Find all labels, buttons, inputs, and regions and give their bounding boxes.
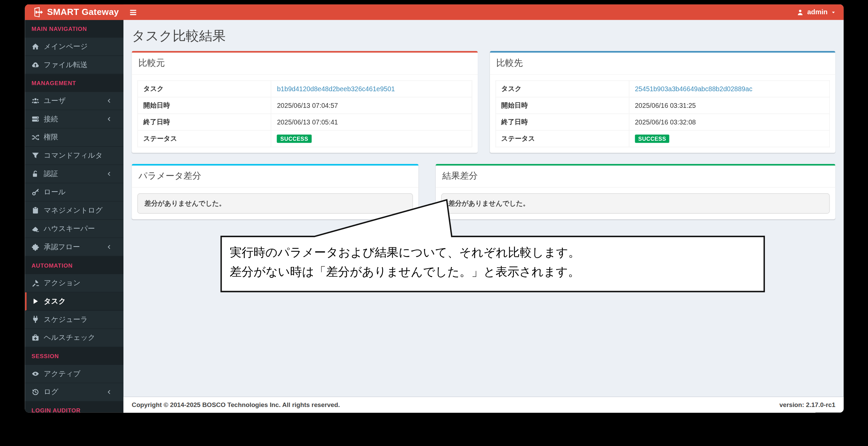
footer-copyright: Copyright © 2014-2025 BOSCO Technologies… xyxy=(132,402,340,408)
target-panel: 比較先 タスク25451b903a3b46649abc88b2d02889ac開… xyxy=(490,51,835,153)
sidebar-item-label: ヘルスチェック xyxy=(44,333,95,343)
sidebar-item-home[interactable]: メインページ xyxy=(25,38,123,56)
stage: SMART Gateway admin MAIN NAVIGATIONメインペー… xyxy=(0,0,868,446)
puzzle-icon xyxy=(32,243,39,251)
sidebar-item-eraser[interactable]: ハウスキーパー xyxy=(25,220,123,238)
sidebar-item-label: 認証 xyxy=(44,169,58,179)
sidebar-item-users[interactable]: ユーザ xyxy=(25,92,123,110)
sidebar-item-plug[interactable]: スケジューラ xyxy=(25,311,123,329)
sidebar-item-label: アクティブ xyxy=(44,369,81,379)
row-label: 終了日時 xyxy=(138,114,271,131)
user-menu[interactable]: admin xyxy=(789,4,844,20)
table-row: ステータスSUCCESS xyxy=(495,130,829,147)
sidebar-item-puzzle[interactable]: 承認フロー xyxy=(25,238,123,256)
param-diff-title: パラメータ差分 xyxy=(132,166,419,188)
row-value: 2025/06/13 07:05:41 xyxy=(271,114,472,131)
chevron-left-icon xyxy=(106,98,112,103)
sidebar-toggle-button[interactable] xyxy=(123,4,142,20)
sidebar-item-key[interactable]: ロール xyxy=(25,183,123,201)
sidebar-item-label: ハウスキーパー xyxy=(44,224,95,234)
menu-icon xyxy=(129,9,136,15)
task-id-link[interactable]: 25451b903a3b46649abc88b2d02889ac xyxy=(635,85,752,93)
eraser-icon xyxy=(32,225,39,233)
clipboard-icon xyxy=(32,207,39,214)
comparison-row: 比較元 タスクb1b9d4120d8e48d2beeb326c461e9501開… xyxy=(132,51,835,153)
key-icon xyxy=(32,188,39,196)
row-label: タスク xyxy=(138,81,271,97)
row-label: 開始日時 xyxy=(495,97,629,114)
table-row: 開始日時2025/06/13 07:04:57 xyxy=(138,97,472,114)
row-value: 2025/06/13 07:04:57 xyxy=(271,97,472,114)
row-label: タスク xyxy=(495,81,629,97)
row-label: ステータス xyxy=(138,130,271,147)
sidebar-section-header: AUTOMATION xyxy=(25,256,123,274)
eye-icon xyxy=(32,370,39,378)
row-value: b1b9d4120d8e48d2beeb326c461e9501 xyxy=(271,81,472,97)
sidebar-item-label: メインページ xyxy=(44,41,88,51)
sidebar-item-label: ファイル転送 xyxy=(44,60,87,70)
sidebar-item-label: タスク xyxy=(44,296,66,306)
sidebar-item-label: マネジメントログ xyxy=(44,206,103,215)
brand-logo[interactable]: SMART Gateway xyxy=(25,4,123,20)
sidebar-item-clipboard[interactable]: マネジメントログ xyxy=(25,201,123,220)
table-row: 開始日時2025/06/16 03:31:25 xyxy=(495,97,829,114)
filter-icon xyxy=(32,152,39,159)
sidebar-item-label: ユーザ xyxy=(44,96,66,105)
source-table: タスクb1b9d4120d8e48d2beeb326c461e9501開始日時2… xyxy=(137,80,472,148)
sidebar-item-play[interactable]: タスク xyxy=(25,292,123,311)
row-value: SUCCESS xyxy=(271,130,472,147)
brand-text: SMART Gateway xyxy=(47,7,119,17)
sidebar-section-header: MAIN NAVIGATION xyxy=(25,20,123,38)
annotation-callout: 実行時のパラメータおよび結果について、それぞれ比較します。 差分がない時は「差分… xyxy=(220,197,765,292)
cell-text: 2025/06/13 07:04:57 xyxy=(277,102,338,110)
row-label: 終了日時 xyxy=(495,114,629,131)
sidebar-item-label: コマンドフィルタ xyxy=(44,151,103,160)
home-icon xyxy=(32,43,39,51)
sidebar-item-server[interactable]: 接続 xyxy=(25,110,123,129)
target-panel-body: タスク25451b903a3b46649abc88b2d02889ac開始日時2… xyxy=(490,75,835,153)
table-row: タスク25451b903a3b46649abc88b2d02889ac xyxy=(495,81,829,97)
gavel-icon xyxy=(32,279,39,287)
sidebar-item-filter[interactable]: コマンドフィルタ xyxy=(25,147,123,165)
row-value: SUCCESS xyxy=(629,130,829,147)
user-name: admin xyxy=(807,8,828,16)
sidebar-item-label: アクション xyxy=(44,278,81,288)
page-title: タスク比較結果 xyxy=(132,27,835,45)
sidebar-item-medkit[interactable]: ヘルスチェック xyxy=(25,329,123,347)
footer: Copyright © 2014-2025 BOSCO Technologies… xyxy=(123,396,844,412)
cloud-upload-icon xyxy=(32,61,39,69)
callout-line-2: 差分がない時は「差分がありませんでした。」と表示されます。 xyxy=(230,263,580,282)
sidebar-item-unlock[interactable]: 認証 xyxy=(25,165,123,183)
chevron-left-icon xyxy=(106,116,112,122)
exit-door-icon xyxy=(33,7,44,18)
table-row: 終了日時2025/06/13 07:05:41 xyxy=(138,114,472,131)
chevron-left-icon xyxy=(106,171,112,176)
plug-icon xyxy=(32,316,39,324)
source-panel: 比較元 タスクb1b9d4120d8e48d2beeb326c461e9501開… xyxy=(132,51,478,153)
source-panel-title: 比較元 xyxy=(132,53,478,75)
top-navbar: SMART Gateway admin xyxy=(25,4,844,20)
sidebar-item-eye[interactable]: アクティブ xyxy=(25,365,123,383)
sidebar-item-shuffle[interactable]: 権限 xyxy=(25,129,123,147)
source-panel-body: タスクb1b9d4120d8e48d2beeb326c461e9501開始日時2… xyxy=(132,75,478,153)
shuffle-icon xyxy=(32,133,39,141)
sidebar-item-label: 承認フロー xyxy=(44,242,80,252)
sidebar-item-cloud-upload[interactable]: ファイル転送 xyxy=(25,56,123,74)
row-label: ステータス xyxy=(495,130,629,147)
play-icon xyxy=(32,297,39,305)
table-row: タスクb1b9d4120d8e48d2beeb326c461e9501 xyxy=(138,81,472,97)
sidebar: MAIN NAVIGATIONメインページファイル転送MANAGEMENTユーザ… xyxy=(25,20,123,413)
callout-text: 実行時のパラメータおよび結果について、それぞれ比較します。 差分がない時は「差分… xyxy=(230,243,580,282)
unlock-icon xyxy=(32,170,39,178)
target-column: 比較先 タスク25451b903a3b46649abc88b2d02889ac開… xyxy=(490,51,835,153)
server-icon xyxy=(32,115,39,123)
users-icon xyxy=(32,97,39,105)
history-icon xyxy=(32,388,39,396)
cell-text: 2025/06/13 07:05:41 xyxy=(277,118,338,126)
task-id-link[interactable]: b1b9d4120d8e48d2beeb326c461e9501 xyxy=(277,85,395,93)
sidebar-item-gavel[interactable]: アクション xyxy=(25,274,123,292)
sidebar-item-history[interactable]: ログ xyxy=(25,383,123,402)
app-window: SMART Gateway admin MAIN NAVIGATIONメインペー… xyxy=(25,4,844,412)
sidebar-item-label: ログ xyxy=(44,387,58,397)
sidebar-section-header: MANAGEMENT xyxy=(25,74,123,92)
